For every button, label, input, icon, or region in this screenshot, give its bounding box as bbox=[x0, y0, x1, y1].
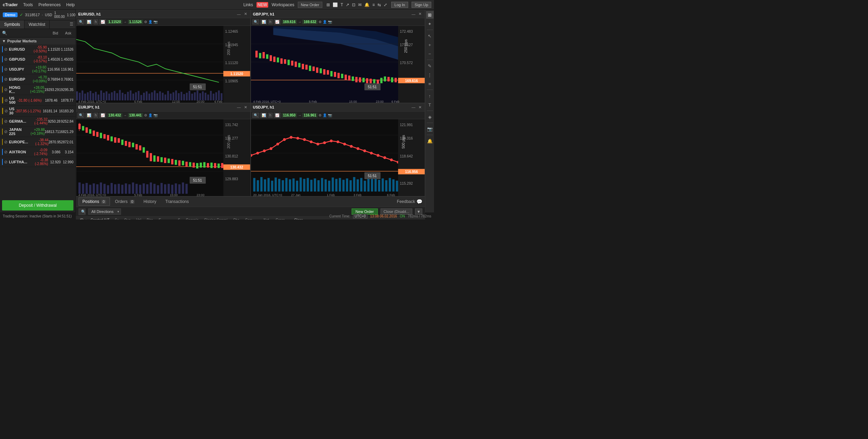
settings3-icon[interactable]: ⚙ bbox=[144, 113, 147, 117]
indicator4-btn[interactable]: 📈 bbox=[274, 113, 281, 118]
arrows-icon[interactable]: ⇆ bbox=[377, 2, 382, 8]
menu-tools[interactable]: Tools bbox=[23, 2, 33, 7]
tab-watchlist[interactable]: Watchlist bbox=[24, 20, 50, 29]
new-order-menu-btn[interactable]: New Order bbox=[298, 2, 322, 8]
zoom4-btn[interactable]: 🔍 bbox=[252, 113, 259, 118]
person-icon[interactable]: 👤 bbox=[148, 20, 152, 24]
signup-btn[interactable]: Sign Up bbox=[412, 2, 431, 8]
deposit-withdrawal-btn[interactable]: Deposit / Withdrawal bbox=[2, 200, 73, 211]
camera3-icon[interactable]: 📷 bbox=[153, 113, 158, 117]
chart-eurusd-body[interactable]: 51:51 1.12465 1.11945 1.11120 1.10905 1.… bbox=[76, 26, 250, 103]
bell-icon[interactable]: 🔔 bbox=[364, 2, 370, 8]
zoom2-btn[interactable]: 🔍 bbox=[252, 19, 259, 24]
rt-diamond-btn[interactable]: ◈ bbox=[426, 113, 434, 121]
category-popular-markets[interactable]: ▼ Popular Markets bbox=[0, 38, 75, 44]
chart4-minimize-btn[interactable]: — bbox=[411, 105, 416, 110]
settings2-icon[interactable]: ⚙ bbox=[319, 20, 322, 24]
menu-help[interactable]: Help bbox=[66, 2, 75, 7]
person3-icon[interactable]: 👤 bbox=[148, 113, 152, 117]
indicator3-btn[interactable]: 📈 bbox=[99, 113, 106, 118]
screen-icon[interactable]: ⬜ bbox=[332, 2, 339, 8]
text-icon[interactable]: T bbox=[340, 2, 344, 8]
rt-star-btn[interactable]: ✦ bbox=[426, 20, 434, 28]
direction-filter[interactable]: All Directions bbox=[88, 208, 121, 215]
symbol-row[interactable]: ⊘ EURGBP +6.70 (+0.09%) 0.76894 0.76901 bbox=[0, 74, 75, 84]
chart2-minimize-btn[interactable]: — bbox=[411, 12, 416, 17]
rt-windows-btn[interactable]: ⊞ bbox=[426, 11, 434, 19]
table-header-col[interactable]: Close bbox=[293, 217, 304, 220]
symbol-row[interactable]: ⊘ AIXTRON -0.09 (-2.74%) 3.086 3.154 bbox=[0, 147, 75, 157]
settings-icon[interactable]: ⚙ bbox=[144, 20, 147, 24]
rt-pen-btn[interactable]: ✎ bbox=[426, 62, 434, 70]
camera4-icon[interactable]: 📷 bbox=[328, 113, 332, 117]
sidebar-settings-icon[interactable]: ☰ bbox=[68, 20, 75, 29]
camera-icon[interactable]: 📷 bbox=[153, 20, 158, 24]
chart2-type-btn[interactable]: 📊 bbox=[260, 19, 267, 24]
chart3-minimize-btn[interactable]: — bbox=[236, 105, 242, 110]
rt-minus-btn[interactable]: − bbox=[426, 50, 434, 58]
svg-point-244 bbox=[316, 143, 319, 145]
window-icon[interactable]: ⊞ bbox=[326, 2, 331, 8]
chart3-close-btn[interactable]: ✕ bbox=[243, 105, 248, 110]
symbol-row[interactable]: ⊘ EUROPE... -38.44 (-1.32%) 2870.95 2872… bbox=[0, 137, 75, 147]
rt-text-btn[interactable]: T bbox=[426, 101, 434, 109]
chart2-close-btn[interactable]: ✕ bbox=[417, 11, 423, 17]
timeframe-btn[interactable]: h bbox=[93, 19, 98, 24]
tab-transactions[interactable]: Transactions bbox=[162, 197, 193, 206]
chart3-type-btn[interactable]: 📊 bbox=[85, 113, 92, 118]
tab-history[interactable]: History bbox=[140, 197, 160, 206]
person4-icon[interactable]: 👤 bbox=[323, 113, 327, 117]
rt-upload-btn[interactable]: ↑ bbox=[426, 92, 434, 100]
chart-gbpjpy-body[interactable]: 51:51 172.483 171.527 170.572 169.616 25… bbox=[251, 26, 425, 103]
rt-bell-btn[interactable]: 🔔 bbox=[426, 137, 434, 145]
chart4-type-btn[interactable]: 📊 bbox=[260, 113, 267, 118]
symbol-row[interactable]: ⊘ LUFTHA... -0.38 (-2.86%) 12.920 12.990 bbox=[0, 157, 75, 167]
cursor-icon[interactable]: ↗ bbox=[345, 2, 350, 8]
rt-plus-btn[interactable]: + bbox=[426, 41, 434, 49]
feedback-btn[interactable]: Feedback 💬 bbox=[397, 199, 422, 204]
person2-icon[interactable]: 👤 bbox=[323, 20, 327, 24]
zoom-btn[interactable]: 🔍 bbox=[78, 19, 84, 24]
indicator-btn[interactable]: 📈 bbox=[99, 19, 106, 24]
symbol-row[interactable]: ⊘ JAPAN 225 +29.88 (+0.18%) 16813.71 168… bbox=[0, 126, 75, 137]
menu-preferences[interactable]: Preferences bbox=[38, 2, 61, 7]
search-icon[interactable]: 🔍 bbox=[2, 31, 7, 35]
symbol-row[interactable]: ⊘ US 500 -31.80 (-1.66%) 1878.46 1878.77 bbox=[0, 95, 75, 106]
rt-camera-btn[interactable]: 📷 bbox=[426, 125, 434, 133]
timeframe4-btn[interactable]: h bbox=[268, 113, 273, 118]
svg-rect-149 bbox=[100, 133, 102, 138]
timeframe2-btn[interactable]: h bbox=[268, 19, 273, 24]
rt-menu-btn[interactable]: ≡ bbox=[426, 80, 434, 88]
chart-usdjpy-body[interactable]: 51:51 121.991 120.316 118.642 116.956 11… bbox=[251, 119, 425, 196]
timezone-btn[interactable]: UTC+0 bbox=[353, 214, 367, 218]
tab-symbols[interactable]: Symbols bbox=[0, 20, 24, 29]
bottom-search-icon[interactable]: 🔍 bbox=[79, 208, 85, 215]
tab-positions[interactable]: Positions 0 bbox=[79, 197, 110, 206]
camera2-icon[interactable]: 📷 bbox=[328, 20, 332, 24]
grid-icon[interactable]: ⊡ bbox=[351, 2, 356, 8]
table-header-col[interactable]: ID ▲ bbox=[79, 217, 89, 220]
symbol-row[interactable]: ⊘ US 30 -207.95 (-1.27%) 16181.14 16183.… bbox=[0, 106, 75, 116]
rt-cursor-btn[interactable]: ↖ bbox=[426, 32, 434, 40]
bars-icon[interactable]: ≡ bbox=[372, 2, 375, 8]
login-btn[interactable]: Log In bbox=[391, 2, 408, 8]
expand-icon[interactable]: ⤢ bbox=[383, 2, 388, 8]
settings4-icon[interactable]: ⚙ bbox=[319, 113, 322, 117]
rt-dotted-btn[interactable]: ⋮ bbox=[426, 71, 434, 79]
chart-minimize-btn[interactable]: — bbox=[236, 12, 242, 17]
zoom3-btn[interactable]: 🔍 bbox=[78, 113, 84, 118]
symbol-row[interactable]: ⊘ GERMA... -135.32 (-1.44%) 9250.28 9252… bbox=[0, 116, 75, 126]
symbol-row[interactable]: ⊘ EURUSD -55.90 (-0.50%) 1.11520 1.11526 bbox=[0, 44, 75, 54]
mail-icon[interactable]: ✉ bbox=[357, 2, 362, 8]
chart-type-btn[interactable]: 📊 bbox=[85, 19, 92, 24]
symbol-row[interactable]: ⊘ USDJPY +19.60 (+0.17%) 116.956 116.961 bbox=[0, 64, 75, 74]
indicator2-btn[interactable]: 📈 bbox=[274, 19, 281, 24]
chart-eurjpy-body[interactable]: 51:51 131.742 131.277 130.812 130.432 12… bbox=[76, 119, 250, 196]
symbol-row[interactable]: ⊘ HONG K... +28.05 (+0.15%) 19293.29 192… bbox=[0, 84, 75, 95]
chart-close-btn[interactable]: ✕ bbox=[243, 11, 248, 17]
workspaces-btn[interactable]: Workspaces bbox=[272, 2, 294, 7]
timeframe3-btn[interactable]: h bbox=[93, 113, 98, 118]
chart4-close-btn[interactable]: ✕ bbox=[417, 105, 423, 110]
symbol-row[interactable]: ⊘ GBPUSD -83.10 (-0.57%) 1.45026 1.45035 bbox=[0, 54, 75, 64]
tab-orders[interactable]: Orders 0 bbox=[111, 197, 139, 206]
